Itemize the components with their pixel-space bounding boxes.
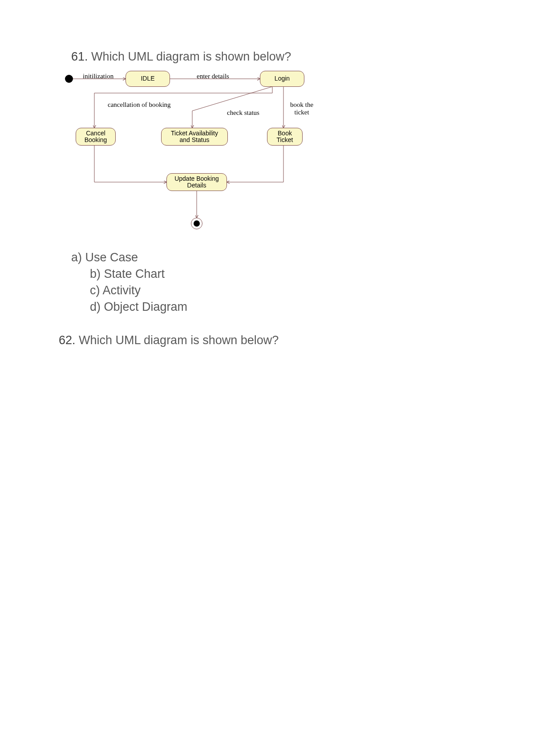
question-61-text: Which UML diagram is shown below? [91, 50, 291, 63]
edge-label-cancellation: cancellation of booking [108, 101, 171, 109]
option-b-text: b) State Chart [90, 267, 165, 280]
option-c: c) Activity [90, 283, 476, 298]
option-c-text: c) Activity [90, 284, 141, 297]
state-idle-label: IDLE [141, 75, 154, 82]
question-62: 62. Which UML diagram is shown below? [59, 333, 476, 348]
edge-label-book-the-ticket: book the ticket [290, 101, 313, 116]
state-avail-label: Ticket Availability and Status [171, 130, 218, 144]
edge-label-initialization: initilization [83, 73, 113, 80]
uml-diagram: IDLE Login Cancel Booking Ticket Availab… [63, 66, 330, 244]
state-book-label: Book Ticket [277, 130, 293, 144]
initial-state-icon [65, 75, 73, 83]
state-login-label: Login [275, 75, 290, 82]
option-a-text: a) Use Case [71, 251, 138, 264]
state-update-label: Update Booking Details [174, 175, 219, 189]
state-ticket-availability: Ticket Availability and Status [161, 128, 228, 146]
final-state-icon [191, 218, 202, 229]
option-a: a) Use Case [71, 250, 476, 265]
edge-label-enter-details: enter details [197, 73, 229, 80]
question-62-text: Which UML diagram is shown below? [79, 333, 279, 347]
edge-label-check-status: check status [227, 109, 259, 117]
option-d: d) Object Diagram [90, 299, 476, 315]
state-cancel-label: Cancel Booking [85, 130, 107, 144]
question-61-number: 61. [71, 50, 88, 63]
question-61: 61. Which UML diagram is shown below? [71, 49, 476, 65]
option-d-text: d) Object Diagram [90, 300, 187, 313]
state-update-booking: Update Booking Details [166, 173, 227, 191]
option-b: b) State Chart [90, 266, 476, 282]
question-62-number: 62. [59, 333, 76, 347]
page: 61. Which UML diagram is shown below? [0, 0, 534, 756]
state-cancel-booking: Cancel Booking [76, 128, 116, 146]
state-book-ticket: Book Ticket [267, 128, 303, 146]
state-idle: IDLE [125, 71, 170, 87]
final-state-inner-icon [194, 220, 200, 227]
state-login: Login [260, 71, 304, 87]
